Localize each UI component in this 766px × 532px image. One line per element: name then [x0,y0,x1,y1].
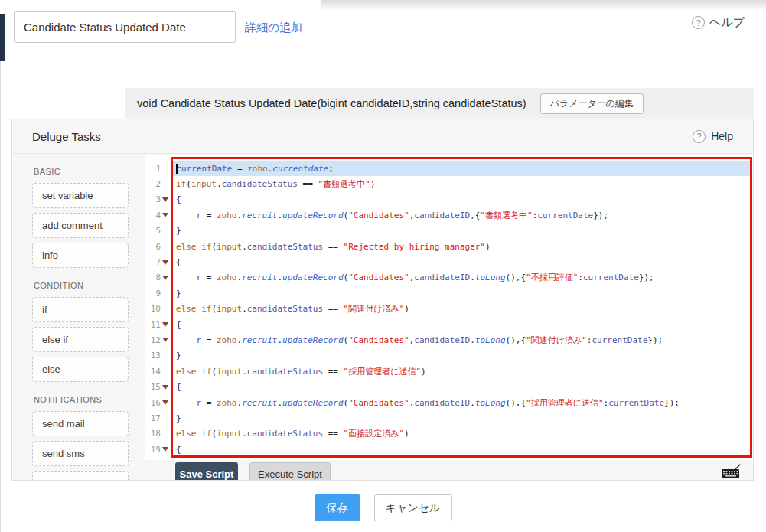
code-token: (),{ [506,398,526,408]
keyboard-shortcuts-icon[interactable] [721,464,741,479]
code-token: } [176,226,181,236]
code-token: recruit [242,398,277,408]
edit-parameters-button[interactable]: パラメーターの編集 [540,93,644,114]
code-token: . [470,335,475,345]
code-token: "Candidates" [348,398,409,408]
deluge-help-label: Help [711,130,733,142]
save-button[interactable]: 保存 [315,494,360,521]
code-line[interactable]: { [173,379,750,394]
line-number: 15 [145,379,171,394]
line-number-text: 14 [151,367,161,377]
code-token: . [242,304,247,314]
code-token: { [176,257,181,267]
fold-toggle-icon[interactable] [162,276,168,280]
line-number: 1 [145,161,171,176]
deluge-help-button[interactable]: ? Help [693,130,733,143]
add-details-link[interactable]: 詳細の追加 [245,21,302,35]
sidebar-item-send-mail[interactable]: send mail [32,411,129,436]
cancel-button[interactable]: キャンセル [374,494,452,521]
fold-toggle-icon[interactable] [162,447,168,452]
fold-toggle-icon[interactable] [162,322,168,327]
code-token: candidateID [414,398,470,408]
code-line[interactable]: if(input.candidateStatus == "書類選考中") [173,176,750,191]
code-line[interactable]: } [173,410,750,426]
code-line[interactable]: currentDate = zoho.currentdate; [173,161,750,176]
fold-toggle-icon[interactable] [162,260,168,265]
sidebar-item-if[interactable]: if [32,297,129,322]
sidebar-item-clipped[interactable] [32,471,129,481]
code-token: . [277,211,282,220]
line-number: 10 [145,302,171,317]
code-token: , [409,211,415,220]
code-token: toLong [475,273,506,282]
code-token: . [237,335,243,345]
sidebar-item-send-sms[interactable]: send sms [32,441,129,466]
code-token: . [242,429,247,439]
execute-script-button[interactable]: Execute Script [249,462,331,481]
line-number-text: 12 [151,335,161,345]
code-line[interactable]: r = zoho.recruit.updateRecord("Candidate… [173,332,750,348]
code-line[interactable]: r = zoho.recruit.updateRecord("Candidate… [173,207,750,223]
code-token: ) [404,429,409,439]
code-area[interactable]: currentDate = zoho.currentdate;if(input.… [171,157,752,458]
function-signature-bar: void Candidate Status Updated Date(bigin… [125,88,754,119]
sidebar-item-else[interactable]: else [32,357,129,382]
sidebar-section-heading: CONDITION [34,281,139,290]
code-line[interactable]: } [173,348,750,364]
code-token: updateRecord [282,335,343,345]
code-token: updateRecord [282,211,343,220]
code-token: (),{ [506,273,526,282]
code-line[interactable]: } [173,286,750,301]
code-token [197,429,202,439]
code-token: candidateStatus [247,242,323,252]
code-token [176,211,197,220]
code-line[interactable]: else if(input.candidateStatus == "採用管理者に… [173,364,750,379]
code-token: { [176,194,181,204]
code-line[interactable]: else if(input.candidateStatus == "面接設定済み… [173,426,750,442]
line-number: 5 [145,224,171,239]
line-number: 16 [145,395,171,410]
code-token: ) [421,367,426,377]
form-actions: 保存 キャンセル [0,494,766,521]
code-token: currentDate [583,273,639,282]
fold-toggle-icon[interactable] [162,197,168,202]
code-token: ) [485,242,491,252]
code-token: . [242,242,247,252]
code-line[interactable]: { [173,317,750,332]
deluge-tasks-panel: Deluge Tasks ? Help BASICset variableadd… [11,119,754,481]
code-line[interactable]: { [173,442,750,457]
code-line[interactable]: r = zoho.recruit.updateRecord("Candidate… [173,270,750,286]
line-number: 13 [145,348,171,364]
code-token: . [277,398,282,408]
fold-toggle-icon[interactable] [162,400,168,405]
help-link[interactable]: ? ヘルプ [692,15,745,30]
fold-toggle-icon[interactable] [162,338,168,342]
sidebar-item-info[interactable]: info [32,243,129,268]
code-token: } [176,351,181,361]
sidebar-item-else-if[interactable]: else if [32,327,129,352]
code-token: == [323,429,344,439]
sidebar-item-add-comment[interactable]: add comment [32,213,129,238]
code-token: candidateID [414,211,470,220]
function-name-input[interactable] [14,11,236,43]
code-token: }); [593,211,608,220]
code-token: "Rejected by hiring manager" [344,242,485,252]
code-token: == [323,242,344,252]
code-token: == [323,367,344,377]
code-line[interactable]: { [173,254,750,269]
code-token: zoho [217,398,237,408]
fold-toggle-icon[interactable] [162,213,168,217]
code-line[interactable]: { [173,192,750,207]
code-token [197,304,202,314]
function-signature: void Candidate Status Updated Date(bigin… [137,97,526,109]
fold-toggle-icon[interactable] [162,385,168,390]
code-line[interactable]: r = zoho.recruit.updateRecord("Candidate… [173,395,750,410]
sidebar-item-set-variable[interactable]: set variable [32,183,129,208]
code-line[interactable]: } [173,224,750,239]
page-left-border [0,61,1,532]
code-line[interactable]: else if(input.candidateStatus == "Reject… [173,239,750,254]
code-line[interactable]: else if(input.candidateStatus == "関連付け済み… [173,302,750,317]
code-token: . [268,164,273,174]
code-token: { [176,320,181,330]
save-script-button[interactable]: Save Script [175,462,238,481]
